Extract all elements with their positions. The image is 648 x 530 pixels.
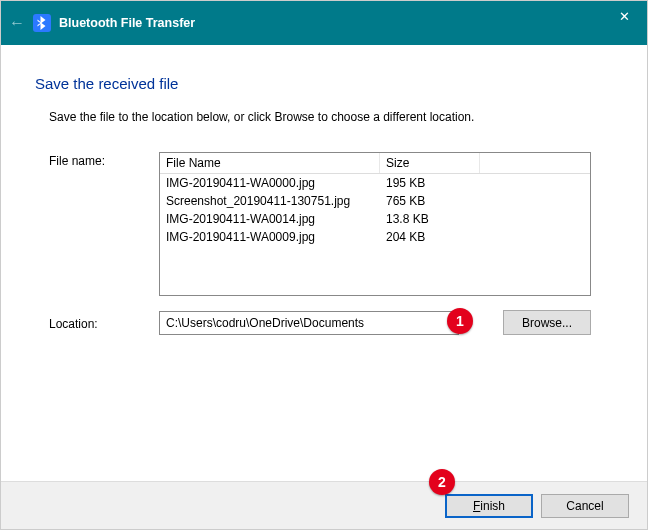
window-title: Bluetooth File Transfer — [59, 16, 195, 30]
cell-size: 13.8 KB — [380, 210, 480, 228]
cell-filename: IMG-20190411-WA0014.jpg — [160, 210, 380, 228]
titlebar: ← Bluetooth File Transfer ✕ — [1, 1, 647, 45]
cell-size: 765 KB — [380, 192, 480, 210]
annotation-marker-2: 2 — [429, 469, 455, 495]
cancel-button[interactable]: Cancel — [541, 494, 629, 518]
cell-filename: IMG-20190411-WA0000.jpg — [160, 174, 380, 192]
back-arrow-icon[interactable]: ← — [1, 14, 33, 32]
page-heading: Save the received file — [35, 75, 613, 92]
column-header-filename[interactable]: File Name — [160, 153, 380, 173]
column-header-size[interactable]: Size — [380, 153, 480, 173]
table-row[interactable]: IMG-20190411-WA0014.jpg 13.8 KB — [160, 210, 590, 228]
location-label: Location: — [49, 315, 159, 331]
footer: Finish Cancel — [1, 481, 647, 529]
file-name-label: File name: — [49, 152, 159, 168]
cell-size: 204 KB — [380, 228, 480, 246]
table-row[interactable]: IMG-20190411-WA0009.jpg 204 KB — [160, 228, 590, 246]
finish-button[interactable]: Finish — [445, 494, 533, 518]
table-row[interactable]: IMG-20190411-WA0000.jpg 195 KB — [160, 174, 590, 192]
table-row[interactable]: Screenshot_20190411-130751.jpg 765 KB — [160, 192, 590, 210]
file-list-header: File Name Size — [160, 153, 590, 174]
instruction-text: Save the file to the location below, or … — [49, 110, 613, 124]
bluetooth-icon — [33, 14, 51, 32]
cell-filename: Screenshot_20190411-130751.jpg — [160, 192, 380, 210]
annotation-marker-1: 1 — [447, 308, 473, 334]
content-area: Save the received file Save the file to … — [1, 45, 647, 335]
cell-size: 195 KB — [380, 174, 480, 192]
cell-filename: IMG-20190411-WA0009.jpg — [160, 228, 380, 246]
browse-button[interactable]: Browse... — [503, 310, 591, 335]
close-button[interactable]: ✕ — [601, 1, 647, 31]
file-list[interactable]: File Name Size IMG-20190411-WA0000.jpg 1… — [159, 152, 591, 296]
location-input[interactable] — [159, 311, 459, 335]
